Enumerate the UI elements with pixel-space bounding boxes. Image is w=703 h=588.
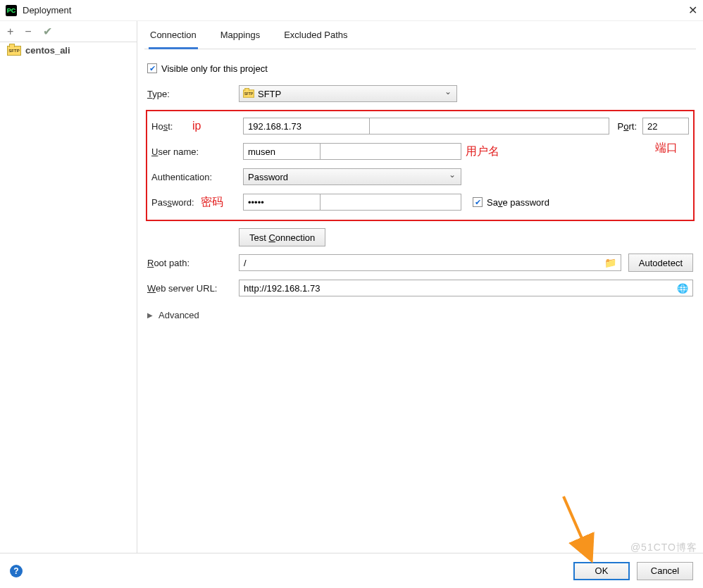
auth-select[interactable]: Password [243,168,461,185]
tab-connection[interactable]: Connection [149,30,198,49]
visible-only-label: Visible only for this project [161,63,268,74]
password-input-ext[interactable] [321,194,461,211]
content: Connection Mappings Excluded Paths ✔ Vis… [137,21,703,553]
test-connection-button[interactable]: Test Connection [239,228,325,246]
save-password-label: Save password [487,197,549,208]
globe-icon[interactable]: 🌐 [673,283,692,294]
help-icon[interactable]: ? [10,565,23,577]
username-input[interactable] [243,143,321,160]
form: ✔ Visible only for this project Type: SF… [144,49,696,330]
host-label: Host: ip [151,120,243,132]
sftp-icon: SFTP [7,46,21,56]
pycharm-icon: PC [6,5,17,16]
visible-only-checkbox[interactable]: ✔ [147,63,157,73]
close-icon[interactable]: ✕ [688,4,697,17]
annotation-box: Host: ip Port: 端口 User name: [146,110,695,221]
password-input[interactable] [243,194,321,211]
sidebar-item-centos-ali[interactable]: SFTP centos_ali [0,42,137,58]
port-input[interactable] [642,118,689,135]
chevron-right-icon: ▶ [147,311,153,319]
sidebar-toolbar: + − ✔ [0,21,137,42]
username-label: User name: [151,146,243,157]
annotation-password: 密码 [201,196,223,208]
type-label: Type: [147,89,239,99]
annotation-port: 端口 [655,141,678,156]
arrow-annotation [556,493,599,563]
add-icon[interactable]: + [7,25,13,38]
annotation-ip: ip [192,120,201,132]
folder-icon[interactable]: 📁 [600,257,621,268]
web-url-label: Web server URL: [147,283,239,294]
password-label: Password: 密码 [151,195,243,210]
watermark: @51CTO博客 [630,542,697,554]
window-title: Deployment [23,5,71,15]
sftp-icon: SFTP [243,89,254,97]
username-input-ext[interactable] [321,143,461,160]
check-icon[interactable]: ✔ [43,25,52,38]
cancel-button[interactable]: Cancel [637,562,693,580]
advanced-label: Advanced [158,310,199,320]
type-select[interactable]: SFTP [239,85,457,102]
titlebar: PC Deployment ✕ [0,0,703,21]
sidebar-item-label: centos_ali [25,45,70,56]
tab-excluded[interactable]: Excluded Paths [282,30,349,49]
remove-icon[interactable]: − [25,25,31,38]
auth-label: Authentication: [151,172,243,182]
tab-mappings[interactable]: Mappings [219,30,261,49]
autodetect-button[interactable]: Autodetect [628,254,693,272]
port-label: Port: [618,121,637,132]
web-url-input[interactable] [239,280,673,296]
sidebar: + − ✔ SFTP centos_ali [0,21,137,553]
advanced-expander[interactable]: ▶ Advanced [147,310,693,320]
host-input-ext[interactable] [370,118,609,135]
save-password-checkbox[interactable]: ✔ [473,197,483,207]
tabs: Connection Mappings Excluded Paths [144,21,696,49]
root-path-label: Root path: [147,258,239,268]
svg-line-0 [564,496,588,553]
annotation-username: 用户名 [466,144,499,159]
host-input[interactable] [243,118,370,135]
ok-button[interactable]: OK [573,562,630,580]
root-path-input[interactable] [239,255,600,270]
